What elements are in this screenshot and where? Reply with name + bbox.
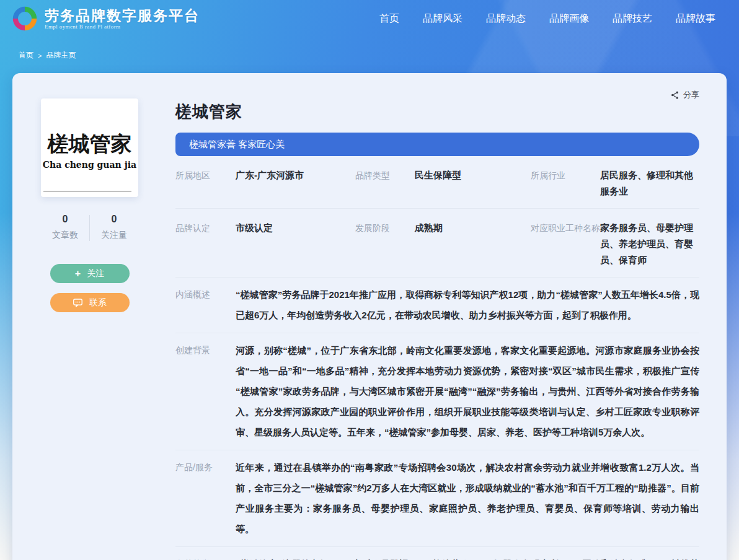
stat-articles-label: 文章数 [41, 230, 89, 241]
breadcrumb: 首页 > 品牌主页 [19, 50, 76, 61]
section-products-text: 近年来，通过在县镇举办的“南粤家政”专场招聘会30场次，解决农村富余劳动力就业并… [236, 457, 699, 539]
nav-item-brand-portrait[interactable]: 品牌画像 [549, 12, 589, 25]
stat-followers-label: 关注量 [90, 230, 138, 241]
main-nav: 首页 品牌风采 品牌动态 品牌画像 品牌技艺 品牌故事 [379, 12, 715, 25]
stat-articles: 0 文章数 [41, 214, 89, 241]
field-certification-value: 市级认定 [236, 220, 355, 268]
section-overview-label: 内涵概述 [175, 284, 236, 325]
section-background: 创建背景 河源，别称“槎城”，位于广东省东北部，岭南文化重要发源地，客家文化重要… [175, 333, 699, 450]
section-background-label: 创建背景 [175, 340, 236, 442]
section-honors-label: 所获荣誉 [175, 554, 236, 560]
field-stage-label: 发展阶段 [355, 220, 415, 268]
field-type-value: 民生保障型 [415, 167, 531, 199]
brand-logo-en-text: Cha cheng guan jia [43, 160, 136, 170]
profile-stats: 0 文章数 0 关注量 [41, 214, 138, 241]
section-overview: 内涵概述 “槎城管家”劳务品牌于2021年推广应用，取得商标专利等知识产权12项… [175, 278, 699, 333]
nav-item-brand-style[interactable]: 品牌风采 [423, 12, 462, 25]
platform-subtitle: Empl oyment B rand Pl atform [45, 24, 200, 30]
field-occupations-label: 对应职业工种名称 [531, 220, 600, 268]
nav-item-home[interactable]: 首页 [379, 12, 399, 25]
brand-name-title: 槎城管家 [175, 102, 699, 121]
platform-brand: 劳务品牌数字服务平台 Empl oyment B rand Pl atform [11, 5, 200, 32]
stat-followers-value: 0 [90, 214, 138, 225]
follow-button[interactable]: + 关注 [50, 264, 130, 283]
brand-info-table: 所属地区 广东-广东河源市 品牌类型 民生保障型 所属行业 居民服务、修理和其他… [175, 156, 699, 278]
stat-followers: 0 关注量 [90, 214, 138, 241]
follow-button-label: 关注 [87, 268, 104, 279]
share-icon [670, 90, 679, 100]
contact-button[interactable]: 联系 [50, 293, 130, 312]
section-background-text: 河源，别称“槎城”，位于广东省东北部，岭南文化重要发源地，客家文化重要起源地。河… [236, 340, 699, 442]
field-certification-label: 品牌认定 [175, 220, 236, 268]
nav-item-brand-skill[interactable]: 品牌技艺 [613, 12, 652, 25]
platform-title: 劳务品牌数字服务平台 [45, 7, 200, 24]
brand-detail-panel: 分享 槎城管家 槎城管家善 客家匠心美 所属地区 广东-广东河源市 品牌类型 民… [175, 89, 699, 560]
section-honors-text: “槎城管家”注册的商标3项、音乐作品登记1项、软件著作5项、机器人发明专利2项、… [236, 554, 699, 560]
brand-profile-card: 槎城管家 Cha cheng guan jia 0 文章数 0 关注量 + 关注 [12, 73, 727, 560]
section-overview-text: “槎城管家”劳务品牌于2021年推广应用，取得商标专利等知识产权12项，助力“槎… [236, 284, 699, 325]
brand-slogan-banner: 槎城管家善 客家匠心美 [175, 133, 699, 156]
nav-item-brand-story[interactable]: 品牌故事 [676, 12, 715, 25]
field-stage-value: 成熟期 [415, 220, 531, 268]
platform-logo-icon [11, 5, 38, 32]
profile-sidebar: 槎城管家 Cha cheng guan jia 0 文章数 0 关注量 + 关注 [41, 89, 138, 560]
brand-logo-cn-text: 槎城管家 [48, 130, 132, 159]
field-region-value: 广东-广东河源市 [236, 167, 355, 199]
brand-slogan-text: 槎城管家善 客家匠心美 [189, 139, 285, 151]
share-button[interactable]: 分享 [670, 89, 699, 100]
top-navigation-bar: 劳务品牌数字服务平台 Empl oyment B rand Pl atform … [0, 0, 739, 37]
nav-item-brand-news[interactable]: 品牌动态 [486, 12, 526, 25]
plus-icon: + [75, 269, 81, 279]
section-products-label: 产品/服务 [175, 457, 236, 539]
section-products: 产品/服务 近年来，通过在县镇举办的“南粤家政”专场招聘会30场次，解决农村富余… [175, 450, 699, 547]
field-industry-label: 所属行业 [531, 167, 600, 199]
brand-logo-underline [43, 191, 131, 191]
info-row-2: 品牌认定 市级认定 发展阶段 成熟期 对应职业工种名称 家务服务员、母婴护理员、… [175, 209, 699, 278]
chat-bubble-icon [73, 298, 83, 308]
brand-description-sections: 内涵概述 “槎城管家”劳务品牌于2021年推广应用，取得商标专利等知识产权12项… [175, 278, 699, 560]
breadcrumb-separator: > [38, 52, 42, 59]
breadcrumb-current: 品牌主页 [46, 50, 76, 61]
breadcrumb-home[interactable]: 首页 [19, 50, 33, 61]
field-type-label: 品牌类型 [355, 167, 415, 199]
stat-articles-value: 0 [41, 214, 89, 225]
section-honors: 所获荣誉 “槎城管家”注册的商标3项、音乐作品登记1项、软件著作5项、机器人发明… [175, 547, 699, 560]
info-row-1: 所属地区 广东-广东河源市 品牌类型 民生保障型 所属行业 居民服务、修理和其他… [175, 156, 699, 209]
field-region-label: 所属地区 [175, 167, 236, 199]
brand-logo-image: 槎城管家 Cha cheng guan jia [41, 98, 138, 197]
field-industry-value: 居民服务、修理和其他服务业 [600, 167, 699, 199]
field-occupations-value: 家务服务员、母婴护理员、养老护理员、育婴员、保育师 [600, 220, 699, 268]
share-label: 分享 [683, 89, 699, 100]
contact-button-label: 联系 [89, 297, 107, 308]
